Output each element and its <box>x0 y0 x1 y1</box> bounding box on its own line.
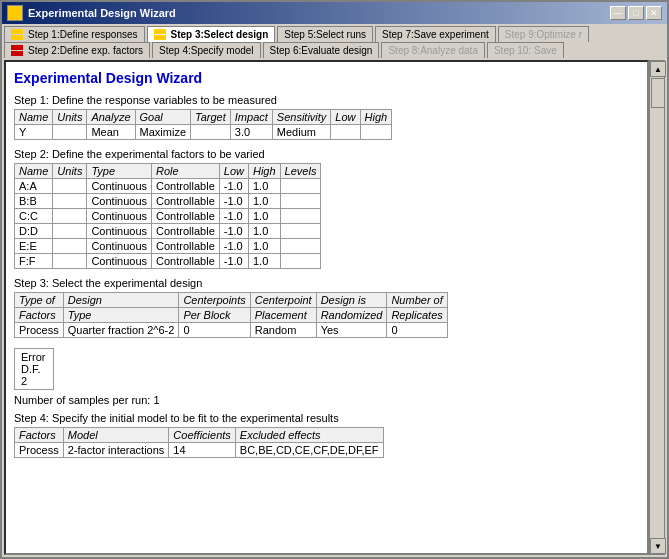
tab-step7[interactable]: Step 7:Save experiment <box>375 26 496 42</box>
s2-r2-c6 <box>280 209 321 224</box>
s2-r0-c1 <box>53 179 87 194</box>
s1-col1: Units <box>53 110 87 125</box>
tab-step1[interactable]: Step 1:Define responses <box>4 26 145 42</box>
scroll-up-button[interactable]: ▲ <box>650 61 666 77</box>
s1-r0-c6: Medium <box>272 125 331 140</box>
table-row: Process Quarter fraction 2^6-2 0 Random … <box>15 323 448 338</box>
s3-h2-c0: Factors <box>15 308 64 323</box>
s1-col6: Sensitivity <box>272 110 331 125</box>
s2-r1-c5: 1.0 <box>248 194 280 209</box>
s1-r0-c4 <box>191 125 231 140</box>
table-row: Process 2-factor interactions 14 BC,BE,C… <box>15 443 384 458</box>
s2-r1-c2: Continuous <box>87 194 152 209</box>
tab-step4[interactable]: Step 4:Specify model <box>152 42 261 58</box>
tab-step9-label: Step 9:Optimize r <box>505 29 582 40</box>
scroll-down-button[interactable]: ▼ <box>650 538 666 554</box>
maximize-button[interactable]: □ <box>628 6 644 20</box>
section4-header: Factors Model Coefficients Excluded effe… <box>15 428 384 443</box>
s2-r3-c0: D:D <box>15 224 53 239</box>
s2-r3-c6 <box>280 224 321 239</box>
s2-r0-c6 <box>280 179 321 194</box>
s1-r0-c2: Mean <box>87 125 135 140</box>
s3-r0-c1: Quarter fraction 2^6-2 <box>63 323 179 338</box>
s2-r4-c2: Continuous <box>87 239 152 254</box>
table-row: D:D Continuous Controllable -1.0 1.0 <box>15 224 321 239</box>
s3-r0-c4: Yes <box>316 323 387 338</box>
s2-r2-c3: Controllable <box>152 209 220 224</box>
tab-step8-label: Step 8:Analyze data <box>388 45 478 56</box>
s3-h2-c1: Type <box>63 308 179 323</box>
tab-step5-label: Step 5:Select runs <box>284 29 366 40</box>
s2-r3-c2: Continuous <box>87 224 152 239</box>
close-button[interactable]: ✕ <box>646 6 662 20</box>
s4-r0-c3: BC,BE,CD,CE,CF,DE,DF,EF <box>235 443 383 458</box>
section4-table: Factors Model Coefficients Excluded effe… <box>14 427 384 458</box>
step2-icon-top <box>11 45 23 50</box>
section1-header: Name Units Analyze Goal Target Impact Se… <box>15 110 392 125</box>
table-row: B:B Continuous Controllable -1.0 1.0 <box>15 194 321 209</box>
s3-h1-c4: Design is <box>316 293 387 308</box>
s4-col3: Excluded effects <box>235 428 383 443</box>
tab-step3[interactable]: Step 3:Select design <box>147 26 276 42</box>
s2-r4-c4: -1.0 <box>219 239 248 254</box>
s2-col5: High <box>248 164 280 179</box>
s3-h2-c4: Randomized <box>316 308 387 323</box>
s2-r3-c5: 1.0 <box>248 224 280 239</box>
tab-step2[interactable]: Step 2:Define exp. factors <box>4 42 150 58</box>
tab-step8[interactable]: Step 8:Analyze data <box>381 42 485 58</box>
s2-r0-c4: -1.0 <box>219 179 248 194</box>
s3-h2-c3: Placement <box>250 308 316 323</box>
s2-r4-c5: 1.0 <box>248 239 280 254</box>
s3-r0-c3: Random <box>250 323 316 338</box>
content-wrapper: Experimental Design Wizard Step 1: Defin… <box>4 60 665 555</box>
minimize-button[interactable]: — <box>610 6 626 20</box>
s2-r0-c5: 1.0 <box>248 179 280 194</box>
tab-step6[interactable]: Step 6:Evaluate design <box>263 42 380 58</box>
tab-step9[interactable]: Step 9:Optimize r <box>498 26 589 42</box>
s2-r2-c2: Continuous <box>87 209 152 224</box>
s1-col8: High <box>360 110 392 125</box>
table-row: A:A Continuous Controllable -1.0 1.0 <box>15 179 321 194</box>
df-value: 2 <box>21 375 47 387</box>
step2-icon-bottom <box>11 51 23 56</box>
step3-icon <box>154 29 168 40</box>
s2-r1-c4: -1.0 <box>219 194 248 209</box>
s1-r0-c3: Maximize <box>135 125 190 140</box>
step1-icon <box>11 29 25 40</box>
s2-r1-c0: B:B <box>15 194 53 209</box>
tab-step5[interactable]: Step 5:Select runs <box>277 26 373 42</box>
s2-col6: Levels <box>280 164 321 179</box>
section4-title: Step 4: Specify the initial model to be … <box>14 412 639 424</box>
app-icon <box>7 5 23 21</box>
s1-r0-c8 <box>360 125 392 140</box>
s2-r2-c4: -1.0 <box>219 209 248 224</box>
section2-table: Name Units Type Role Low High Levels A:A… <box>14 163 321 269</box>
section3-title: Step 3: Select the experimental design <box>14 277 639 289</box>
s3-h1-c0: Type of <box>15 293 64 308</box>
content-area: Experimental Design Wizard Step 1: Defin… <box>4 60 649 555</box>
window-title: Experimental Design Wizard <box>28 7 176 19</box>
step3-icon-bottom <box>154 35 166 40</box>
scroll-thumb[interactable] <box>651 78 665 108</box>
title-buttons: — □ ✕ <box>610 6 662 20</box>
s2-r3-c4: -1.0 <box>219 224 248 239</box>
table-row: C:C Continuous Controllable -1.0 1.0 <box>15 209 321 224</box>
s1-r0-c7 <box>331 125 360 140</box>
section3-header2: Factors Type Per Block Placement Randomi… <box>15 308 448 323</box>
table-row: F:F Continuous Controllable -1.0 1.0 <box>15 254 321 269</box>
s4-r0-c0: Process <box>15 443 64 458</box>
step1-icon-top <box>11 29 23 34</box>
tabs-row-2: Step 2:Define exp. factors Step 4:Specif… <box>2 42 667 58</box>
s2-r4-c1 <box>53 239 87 254</box>
s1-col0: Name <box>15 110 53 125</box>
s2-r5-c0: F:F <box>15 254 53 269</box>
section1-title: Step 1: Define the response variables to… <box>14 94 639 106</box>
tab-step10[interactable]: Step 10: Save <box>487 42 564 58</box>
s2-r3-c3: Controllable <box>152 224 220 239</box>
s3-h2-c5: Replicates <box>387 308 447 323</box>
s2-r4-c3: Controllable <box>152 239 220 254</box>
tabs-row-1: Step 1:Define responses Step 3:Select de… <box>2 24 667 42</box>
tab-step4-label: Step 4:Specify model <box>159 45 254 56</box>
error-section: Error D.F. 2 <box>14 344 639 390</box>
scrollbar[interactable]: ▲ ▼ <box>649 60 665 555</box>
